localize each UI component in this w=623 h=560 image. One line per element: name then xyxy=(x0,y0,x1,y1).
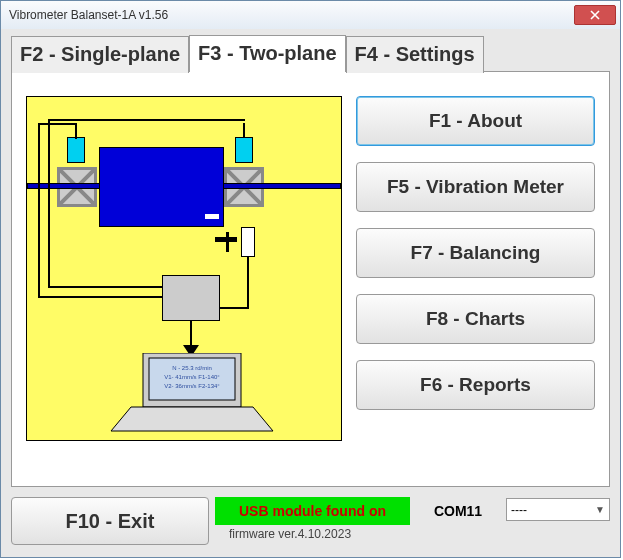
tab-settings[interactable]: F4 - Settings xyxy=(346,36,484,73)
reports-button[interactable]: F6 - Reports xyxy=(356,360,595,410)
side-buttons: F1 - About F5 - Vibration Meter F7 - Bal… xyxy=(356,96,595,472)
tachometer-icon xyxy=(241,227,255,257)
wire xyxy=(220,307,249,309)
processor-box-icon xyxy=(162,275,220,321)
app-window: Vibrometer Balanset-1A v1.56 F2 - Single… xyxy=(0,0,621,558)
wire xyxy=(38,296,162,298)
close-button[interactable] xyxy=(574,5,616,25)
sensor-2-icon xyxy=(235,137,253,163)
port-combobox[interactable]: ---- ▼ xyxy=(506,498,610,521)
wire xyxy=(247,257,249,307)
wire xyxy=(38,123,40,296)
close-icon xyxy=(590,10,600,20)
svg-text:V1- 41mm/s  F1-140°: V1- 41mm/s F1-140° xyxy=(164,374,220,380)
com-port-label: COM11 xyxy=(418,497,498,525)
vibmeter-button[interactable]: F5 - Vibration Meter xyxy=(356,162,595,212)
wire xyxy=(38,123,76,125)
tabstrip: F2 - Single-plane F3 - Two-plane F4 - Se… xyxy=(11,35,484,72)
laptop-icon: N - 25.3 rd/min V1- 41mm/s F1-140° V2- 3… xyxy=(107,353,277,433)
tach-shaft-icon xyxy=(226,232,229,252)
tab-single-plane[interactable]: F2 - Single-plane xyxy=(11,36,189,73)
status-area: USB module found on COM11 ---- ▼ firmwar… xyxy=(215,497,610,545)
client-area: F2 - Single-plane F3 - Two-plane F4 - Se… xyxy=(1,29,620,557)
charts-button[interactable]: F8 - Charts xyxy=(356,294,595,344)
panel-inner: N - 25.3 rd/min V1- 41mm/s F1-140° V2- 3… xyxy=(26,96,595,472)
wire xyxy=(48,119,50,286)
svg-marker-2 xyxy=(111,407,273,431)
bottom-bar: F10 - Exit USB module found on COM11 ---… xyxy=(11,497,610,545)
wire xyxy=(243,123,245,137)
svg-text:N - 25.3 rd/min: N - 25.3 rd/min xyxy=(172,365,212,371)
wire xyxy=(75,123,77,137)
svg-text:V2- 36mm/s  F2-134°: V2- 36mm/s F2-134° xyxy=(164,383,220,389)
combo-value: ---- xyxy=(511,503,595,517)
tab-two-plane[interactable]: F3 - Two-plane xyxy=(189,35,346,72)
chevron-down-icon: ▼ xyxy=(595,504,605,515)
usb-status: USB module found on xyxy=(215,497,410,525)
trial-weight-icon xyxy=(205,214,219,219)
titlebar: Vibrometer Balanset-1A v1.56 xyxy=(1,1,620,30)
wire xyxy=(48,119,245,121)
sensor-1-icon xyxy=(67,137,85,163)
tab-panel: N - 25.3 rd/min V1- 41mm/s F1-140° V2- 3… xyxy=(11,71,610,487)
wire xyxy=(48,286,162,288)
rotor-diagram: N - 25.3 rd/min V1- 41mm/s F1-140° V2- 3… xyxy=(26,96,342,441)
firmware-label: firmware ver.4.10.2023 xyxy=(215,527,610,541)
balancing-button[interactable]: F7 - Balancing xyxy=(356,228,595,278)
about-button[interactable]: F1 - About xyxy=(356,96,595,146)
exit-button[interactable]: F10 - Exit xyxy=(11,497,209,545)
window-title: Vibrometer Balanset-1A v1.56 xyxy=(9,8,574,22)
